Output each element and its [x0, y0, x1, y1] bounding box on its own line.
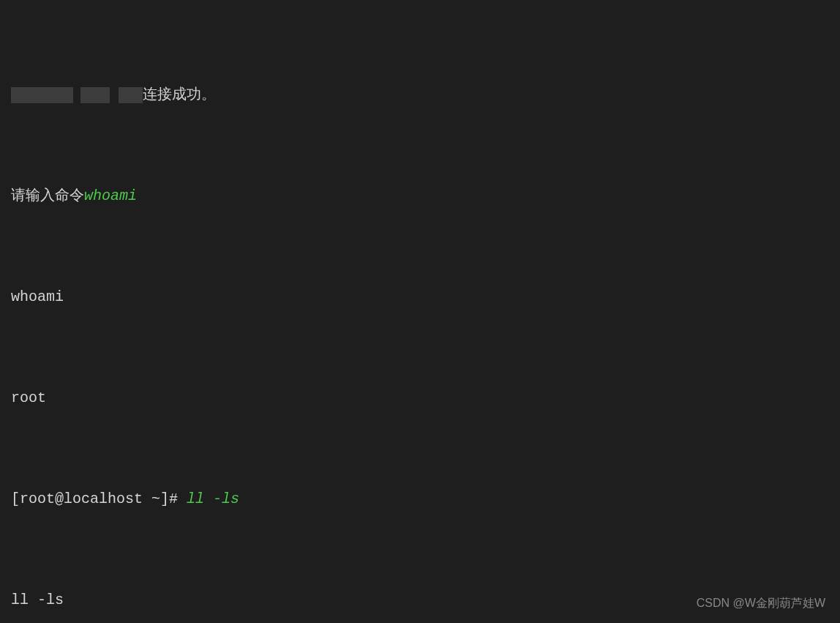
whoami-result: root [11, 381, 829, 415]
whoami-command: whoami [84, 187, 137, 204]
terminal-output[interactable]: 连接成功。 请输入命令whoami whoami root [root@loca… [11, 11, 829, 623]
ll-command: ll -ls [187, 490, 239, 507]
watermark: CSDN @W金刚葫芦娃W [697, 590, 825, 617]
echo-whoami: whoami [11, 280, 829, 314]
connection-line: 连接成功。 [11, 78, 829, 112]
redacted-ip [11, 87, 143, 103]
prompt-ll: [root@localhost ~]# ll -ls [11, 482, 829, 516]
input-prompt-line: 请输入命令whoami [11, 179, 829, 213]
